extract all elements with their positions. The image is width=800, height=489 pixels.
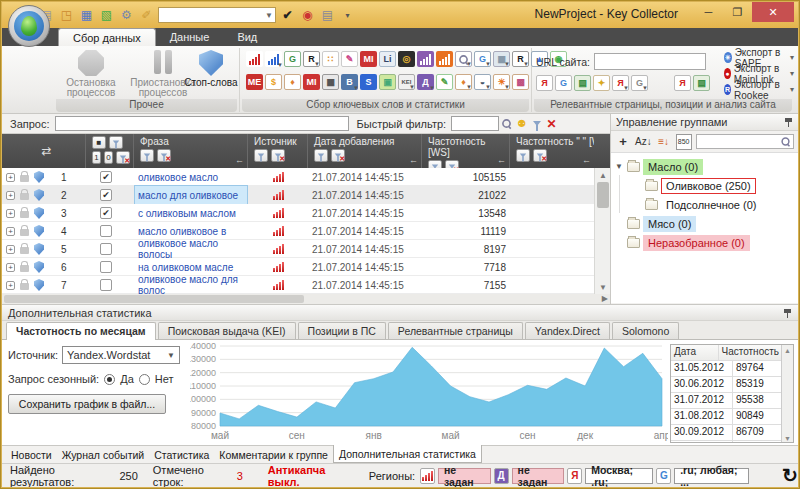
- tree-item[interactable]: Оливковое (250): [615, 176, 798, 195]
- tree-item[interactable]: Мясо (0): [615, 214, 798, 233]
- table-row[interactable]: +7оливковое масло для волос21.07.2014 14…: [2, 276, 594, 294]
- help-icon[interactable]: ◉: [299, 7, 316, 24]
- collect2-2-icon[interactable]: $: [265, 74, 282, 90]
- table-row[interactable]: +4масло оливковое в21.07.2014 14:45:1511…: [2, 222, 594, 240]
- grid-horizontal-scrollbar[interactable]: ▶: [2, 294, 610, 304]
- table-row[interactable]: +1✔оливковое масло21.07.2014 14:45:15105…: [2, 168, 594, 186]
- grid-header-phrase[interactable]: Фраза ✕ ←: [134, 134, 248, 168]
- collect2-8-icon[interactable]: ▣: [379, 74, 396, 90]
- seasonal-yes-radio[interactable]: [104, 374, 115, 385]
- report-icon[interactable]: ▤: [319, 7, 336, 24]
- collect2-9-icon[interactable]: KEI▼: [398, 74, 415, 90]
- minimize-button[interactable]: ─: [694, 2, 723, 22]
- row-checkbox[interactable]: [100, 279, 112, 291]
- dock-arrow-icon[interactable]: ←: [582, 155, 591, 165]
- collect-14-icon[interactable]: ▦▼: [493, 51, 510, 67]
- row-checkbox[interactable]: ✔: [100, 171, 112, 183]
- site-1-icon[interactable]: Я: [536, 75, 553, 91]
- stopwords-button[interactable]: Стоп-слова: [182, 50, 240, 98]
- expand-icon[interactable]: +: [6, 281, 15, 290]
- region-badge[interactable]: .ru; любая; ...: [674, 468, 749, 484]
- expand-icon[interactable]: +: [6, 245, 15, 254]
- collect2-6-icon[interactable]: В▼: [341, 74, 358, 90]
- add-group-button[interactable]: +: [615, 134, 631, 150]
- close-button[interactable]: ✕: [752, 2, 794, 22]
- scroll-up-icon[interactable]: ▲: [595, 168, 611, 182]
- region-2-icon[interactable]: Д: [494, 468, 509, 484]
- dock-arrow-icon[interactable]: ←: [409, 155, 418, 165]
- collect-2-icon[interactable]: ▼: [265, 51, 282, 67]
- collect-10-icon[interactable]: [417, 51, 434, 67]
- collect-5-icon[interactable]: ∷: [322, 51, 339, 67]
- phrase-cell[interactable]: оливковое масло для волос: [135, 276, 247, 294]
- row-checkbox[interactable]: [100, 243, 112, 255]
- collect-12-icon[interactable]: ▼: [455, 51, 472, 67]
- save-project-icon[interactable]: ▦: [78, 7, 95, 24]
- collect2-4-icon[interactable]: MI: [303, 74, 320, 90]
- stats-tab-2[interactable]: Поисковая выдача (KEI): [158, 322, 296, 339]
- site-3-icon[interactable]: ▤: [574, 75, 591, 91]
- bottom-tab-3[interactable]: Статистика: [149, 447, 214, 463]
- tree-expand-icon[interactable]: ▼: [615, 162, 624, 171]
- region-badge[interactable]: Москва; .ru;: [585, 468, 653, 484]
- grid-header-tools[interactable]: ⇄: [2, 134, 86, 168]
- collect2-15-icon[interactable]: ▩: [512, 74, 529, 90]
- counters-button[interactable]: 850: [676, 134, 692, 150]
- stats-tab-5[interactable]: Yandex.Direct: [525, 322, 610, 339]
- region-3-icon[interactable]: Я: [567, 468, 582, 484]
- collect2-7-icon[interactable]: S: [360, 74, 377, 90]
- frequency-table-scrollbar[interactable]: ▲▼: [781, 345, 793, 443]
- collect2-3-icon[interactable]: ♦: [284, 74, 301, 90]
- bottom-tab-5[interactable]: Дополнительная статистика: [333, 445, 482, 463]
- collect2-13-icon[interactable]: ◒▼: [474, 74, 491, 90]
- stats-tab-1[interactable]: Частотность по месяцам: [6, 322, 156, 340]
- export-link-3[interactable]: RЭкспорт в Rookee▾: [724, 82, 794, 97]
- phrase-cell[interactable]: оливковое масло волосы: [135, 240, 247, 258]
- grid-header-ws[interactable]: Частотность [WS] ✕ ←: [422, 134, 510, 168]
- collect-1-icon[interactable]: [246, 51, 263, 67]
- dock-arrow-icon[interactable]: ←: [497, 155, 506, 165]
- sort-az-button[interactable]: Аz↓: [635, 134, 652, 150]
- groups-search-input[interactable]: [696, 134, 794, 149]
- site-5-icon[interactable]: Я▼: [612, 75, 629, 91]
- collect-8-icon[interactable]: Li: [379, 51, 396, 67]
- filter-hint-bulb-icon[interactable]: ⚉: [514, 116, 529, 131]
- collect-6-icon[interactable]: ✎: [341, 51, 358, 67]
- collect-4-icon[interactable]: R▼: [303, 51, 320, 67]
- collect-13-icon[interactable]: G▼: [474, 51, 491, 67]
- filter-funnel-icon[interactable]: [529, 116, 544, 131]
- tree-item[interactable]: ▼Масло (0): [615, 157, 798, 176]
- dock-arrow-icon[interactable]: ←: [235, 155, 244, 165]
- collect2-10-icon[interactable]: Д▼: [417, 74, 434, 90]
- site-url-input[interactable]: [594, 53, 706, 70]
- table-row[interactable]: +6на оливковом масле21.07.2014 14:45:157…: [2, 258, 594, 276]
- collect-7-icon[interactable]: MI: [360, 51, 377, 67]
- refresh-icon[interactable]: ↻: [782, 464, 798, 487]
- row-checkbox[interactable]: [100, 261, 112, 273]
- toolbar-overflow-icon[interactable]: ▾: [339, 7, 356, 24]
- maximize-button[interactable]: ❐: [723, 2, 752, 22]
- collect2-12-icon[interactable]: ♦▼: [455, 74, 472, 90]
- stats-tab-4[interactable]: Релевантные страницы: [388, 322, 523, 339]
- app-logo[interactable]: [8, 5, 50, 47]
- phrase-cell[interactable]: с оливковым маслом: [135, 204, 247, 222]
- expand-icon[interactable]: +: [6, 209, 15, 218]
- query-input[interactable]: [55, 116, 349, 131]
- phrase-cell[interactable]: оливковое масло: [135, 168, 247, 186]
- stop-processes-button[interactable]: Остановка процессов: [54, 50, 128, 98]
- expand-icon[interactable]: +: [6, 173, 15, 182]
- row-checkbox[interactable]: [100, 225, 112, 237]
- scroll-down-icon[interactable]: ▼: [595, 280, 611, 294]
- region-badge[interactable]: не задан: [438, 468, 491, 484]
- quick-filter-input[interactable]: [451, 116, 499, 131]
- grid-header-source[interactable]: Источник ✕: [248, 134, 308, 168]
- wand-icon[interactable]: ✐: [138, 7, 155, 24]
- scroll-down-icon[interactable]: ▼: [784, 435, 791, 442]
- save-chart-button[interactable]: Сохранить график в файл...: [8, 394, 166, 414]
- scroll-right-icon[interactable]: ▶: [602, 294, 608, 303]
- pin-icon[interactable]: [784, 117, 793, 127]
- bottom-tab-4[interactable]: Комментарии к группе: [214, 447, 333, 463]
- filter-clear-icon[interactable]: ✕: [544, 116, 559, 131]
- table-row[interactable]: +3✔с оливковым маслом21.07.2014 14:45:15…: [2, 204, 594, 222]
- grid-header-ws-quoted[interactable]: Частотность " " [WS] ✕ ←: [510, 134, 594, 168]
